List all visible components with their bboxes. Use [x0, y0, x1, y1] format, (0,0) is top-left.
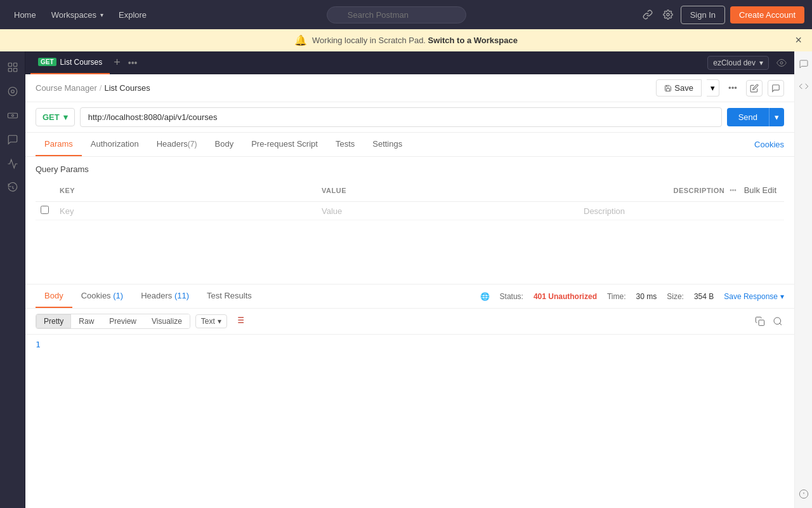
- res-body-actions: [754, 315, 784, 328]
- breadcrumb-separator: /: [100, 83, 102, 93]
- params-table: KEY VALUE DESCRIPTION ••• Bulk Edit: [36, 179, 784, 220]
- more-options-button[interactable]: •••: [724, 81, 741, 95]
- response-status: 🌐 Status: 401 Unauthorized Time: 30 ms S…: [480, 292, 784, 301]
- banner-link[interactable]: Switch to a Workspace: [428, 36, 518, 45]
- nav-left: Home Workspaces ▾ Explore: [8, 6, 153, 23]
- format-raw-button[interactable]: Raw: [71, 314, 102, 328]
- nav-explore[interactable]: Explore: [112, 6, 153, 23]
- search-bar: [155, 6, 638, 23]
- chevron-down-icon: ▾: [218, 317, 221, 326]
- response-tabs: Body Cookies (1) Headers (11) Test Resul…: [25, 284, 794, 309]
- comment-icon: [771, 84, 780, 93]
- nav-workspaces[interactable]: Workspaces ▾: [45, 6, 110, 23]
- env-selector-area: ezCloud dev ▾: [707, 55, 789, 70]
- send-button[interactable]: Send: [727, 108, 769, 126]
- tab-body[interactable]: Body: [206, 133, 243, 156]
- link-icon-btn[interactable]: [640, 7, 655, 22]
- response-body-toolbar: Pretty Raw Preview Visualize Text ▾: [25, 309, 794, 335]
- status-code: 401 Unauthorized: [534, 292, 597, 301]
- row-value-cell: [317, 202, 579, 220]
- copy-button[interactable]: [754, 315, 766, 328]
- save-dropdown-button[interactable]: ▾: [707, 79, 719, 97]
- value-input[interactable]: [322, 206, 573, 216]
- tab-tests[interactable]: Tests: [327, 133, 363, 156]
- description-input[interactable]: [584, 206, 779, 216]
- breadcrumb: Course Manager / List Courses: [36, 83, 651, 93]
- new-tab-button[interactable]: +: [110, 56, 124, 69]
- size-value: 354 B: [694, 292, 714, 301]
- tab-pre-request[interactable]: Pre-request Script: [242, 133, 327, 156]
- res-tab-cookies[interactable]: Cookies (1): [72, 284, 132, 308]
- format-preview-button[interactable]: Preview: [102, 314, 144, 328]
- col-value: VALUE: [317, 179, 579, 202]
- sidebar-item-monitors[interactable]: [2, 153, 23, 175]
- col-key: KEY: [55, 179, 317, 202]
- search-response-button[interactable]: [771, 315, 784, 328]
- sidebar-right-comments[interactable]: [796, 57, 811, 74]
- sidebar-item-environments[interactable]: [2, 105, 23, 126]
- navbar: Home Workspaces ▾ Explore Sign In Create…: [0, 0, 812, 29]
- close-icon[interactable]: ×: [795, 34, 802, 47]
- bulk-edit-button[interactable]: Bulk Edit: [742, 183, 779, 197]
- params-section: Query Params KEY VALUE DESCRIPTION •••: [25, 157, 794, 284]
- res-tab-headers[interactable]: Headers (11): [132, 284, 198, 308]
- sidebar-right-code[interactable]: [796, 79, 811, 96]
- size-label: Size:: [667, 292, 684, 301]
- filter-button[interactable]: [232, 314, 247, 329]
- send-dropdown-button[interactable]: ▾: [769, 108, 784, 126]
- eye-icon: [776, 58, 787, 68]
- header-actions: Save ▾ •••: [656, 79, 784, 97]
- method-selector[interactable]: GET ▾: [36, 108, 75, 126]
- tab-authorization[interactable]: Authorization: [82, 133, 148, 156]
- svg-point-1: [667, 13, 669, 16]
- create-account-button[interactable]: Create Account: [730, 6, 804, 23]
- save-response-button[interactable]: Save Response ▾: [724, 292, 784, 301]
- sidebar-right-info[interactable]: [796, 486, 811, 504]
- text-format-selector[interactable]: Text ▾: [195, 314, 227, 328]
- eye-icon-btn[interactable]: [774, 55, 789, 70]
- section-title: Query Params: [36, 164, 784, 174]
- sign-in-button[interactable]: Sign In: [681, 6, 725, 24]
- col-checkbox: [36, 179, 55, 202]
- search-input[interactable]: [327, 6, 466, 23]
- cookies-link[interactable]: Cookies: [754, 140, 784, 149]
- save-button[interactable]: Save: [656, 79, 702, 97]
- banner-text: Working locally in Scratch Pad.: [312, 36, 426, 45]
- environment-selector[interactable]: ezCloud dev ▾: [707, 56, 769, 70]
- tab-headers[interactable]: Headers(7): [148, 133, 206, 156]
- sidebar-item-mock[interactable]: [2, 129, 23, 150]
- time-label: Time:: [607, 292, 626, 301]
- gear-icon: [663, 10, 673, 20]
- sidebar-item-apis[interactable]: [2, 81, 23, 102]
- sidebar-item-collections[interactable]: [2, 57, 23, 78]
- nav-home[interactable]: Home: [8, 6, 43, 23]
- sidebar-item-history[interactable]: [2, 177, 23, 199]
- svg-point-8: [11, 115, 13, 117]
- row-checkbox[interactable]: [41, 206, 49, 214]
- line-numbers: 1: [36, 340, 41, 504]
- chevron-down-icon: ▾: [63, 112, 68, 122]
- monitor-icon: [7, 158, 18, 170]
- breadcrumb-parent[interactable]: Course Manager: [36, 83, 97, 93]
- copy-icon: [755, 316, 765, 326]
- tab-params[interactable]: Params: [36, 133, 82, 156]
- key-input[interactable]: [60, 206, 311, 216]
- tab-list-courses[interactable]: GET List Courses: [30, 51, 110, 74]
- settings-icon-btn[interactable]: [660, 7, 676, 22]
- col-more-button[interactable]: •••: [727, 184, 739, 196]
- svg-point-17: [774, 318, 781, 324]
- url-input[interactable]: [80, 107, 722, 127]
- svg-rect-2: [8, 63, 11, 66]
- res-tab-test-results[interactable]: Test Results: [198, 284, 261, 308]
- tab-settings[interactable]: Settings: [363, 133, 411, 156]
- tab-more-button[interactable]: •••: [124, 58, 141, 68]
- edit-button[interactable]: [746, 80, 763, 97]
- comment-button[interactable]: [768, 80, 784, 97]
- edit-icon: [750, 84, 759, 93]
- format-pretty-button[interactable]: Pretty: [36, 314, 71, 328]
- url-bar: GET ▾ Send ▾: [25, 102, 794, 133]
- filter-icon: [235, 315, 245, 325]
- row-description-cell: [579, 202, 784, 220]
- res-tab-body[interactable]: Body: [36, 284, 72, 308]
- format-visualize-button[interactable]: Visualize: [144, 314, 190, 328]
